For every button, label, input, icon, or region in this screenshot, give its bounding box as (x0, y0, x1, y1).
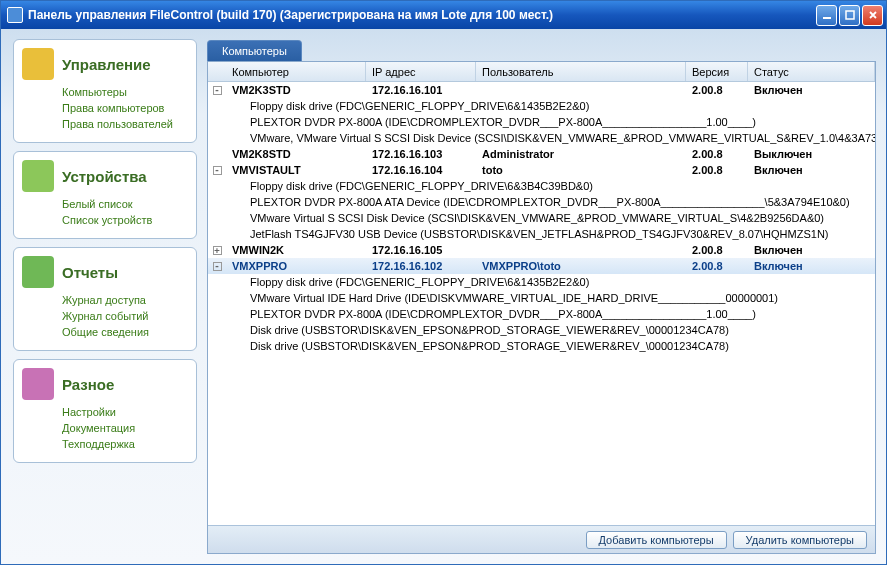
cell-computer: VMVISTAULT (226, 164, 366, 176)
nav-group-title: Устройства (62, 168, 147, 185)
cell-user: Administrator (476, 148, 686, 160)
nav-group-title: Отчеты (62, 264, 118, 281)
cell-computer: VM2K8STD (226, 148, 366, 160)
computer-row[interactable]: -VMXPPRO172.16.16.102VMXPPRO\toto2.00.8В… (208, 258, 875, 274)
nav-item[interactable]: Права компьютеров (62, 100, 188, 116)
device-row[interactable]: PLEXTOR DVDR PX-800A ATA Device (IDE\CDR… (208, 194, 875, 210)
device-row[interactable]: Disk drive (USBSTOR\DISK&VEN_EPSON&PROD_… (208, 322, 875, 338)
device-row[interactable]: Floppy disk drive (FDC\GENERIC_FLOPPY_DR… (208, 178, 875, 194)
tab-strip: Компьютеры (207, 39, 876, 61)
cell-user: toto (476, 164, 686, 176)
computer-row[interactable]: -VM2K3STD172.16.16.1012.00.8Включен (208, 82, 875, 98)
svg-rect-0 (823, 17, 831, 19)
app-icon (7, 7, 23, 23)
cell-computer: VMXPPRO (226, 260, 366, 272)
minimize-button[interactable] (816, 5, 837, 26)
cell-ip: 172.16.16.103 (366, 148, 476, 160)
nav-item[interactable]: Общие сведения (62, 324, 188, 340)
nav-header: Управление (22, 48, 188, 80)
column-headers: Компьютер IP адрес Пользователь Версия С… (208, 62, 875, 82)
nav-item[interactable]: Права пользователей (62, 116, 188, 132)
nav-header: Отчеты (22, 256, 188, 288)
col-ip[interactable]: IP адрес (366, 62, 476, 81)
computer-row[interactable]: +VMWIN2K172.16.16.1052.00.8Включен (208, 242, 875, 258)
device-row[interactable]: Disk drive (USBSTOR\DISK&VEN_EPSON&PROD_… (208, 338, 875, 354)
device-row[interactable]: Floppy disk drive (FDC\GENERIC_FLOPPY_DR… (208, 98, 875, 114)
nav-item[interactable]: Журнал событий (62, 308, 188, 324)
cell-status: Выключен (748, 148, 875, 160)
col-version[interactable]: Версия (686, 62, 748, 81)
computer-row[interactable]: VM2K8STD172.16.16.103Administrator2.00.8… (208, 146, 875, 162)
tab-computers[interactable]: Компьютеры (207, 40, 302, 61)
add-computers-button[interactable]: Добавить компьютеры (586, 531, 727, 549)
col-user[interactable]: Пользователь (476, 62, 686, 81)
nav-item[interactable]: Документация (62, 420, 188, 436)
expand-toggle[interactable]: - (208, 262, 226, 271)
delete-computers-button[interactable]: Удалить компьютеры (733, 531, 867, 549)
cell-user: VMXPPRO\toto (476, 260, 686, 272)
expand-toggle[interactable]: - (208, 86, 226, 95)
nav-item[interactable]: Техподдержка (62, 436, 188, 452)
app-window: Панель управления FileControl (build 170… (0, 0, 887, 565)
body-area: УправлениеКомпьютерыПрава компьютеровПра… (1, 29, 886, 564)
cell-computer: VM2K3STD (226, 84, 366, 96)
main-panel: Компьютеры Компьютер IP адрес Пользовате… (207, 39, 876, 554)
maximize-button[interactable] (839, 5, 860, 26)
device-row[interactable]: Floppy disk drive (FDC\GENERIC_FLOPPY_DR… (208, 274, 875, 290)
device-row[interactable]: VMware Virtual S SCSI Disk Device (SCSI\… (208, 210, 875, 226)
nav-group-icon (22, 368, 54, 400)
device-row[interactable]: VMware, VMware Virtual S SCSI Disk Devic… (208, 130, 875, 146)
cell-ip: 172.16.16.105 (366, 244, 476, 256)
device-row[interactable]: VMware Virtual IDE Hard Drive (IDE\DISKV… (208, 290, 875, 306)
nav-header: Устройства (22, 160, 188, 192)
window-title: Панель управления FileControl (build 170… (28, 8, 816, 22)
cell-ip: 172.16.16.104 (366, 164, 476, 176)
nav-item[interactable]: Настройки (62, 404, 188, 420)
bottom-bar: Добавить компьютеры Удалить компьютеры (208, 525, 875, 553)
sidebar: УправлениеКомпьютерыПрава компьютеровПра… (13, 39, 197, 554)
device-row[interactable]: PLEXTOR DVDR PX-800A (IDE\CDROMPLEXTOR_D… (208, 114, 875, 130)
grid-panel: Компьютер IP адрес Пользователь Версия С… (207, 61, 876, 554)
titlebar: Панель управления FileControl (build 170… (1, 1, 886, 29)
svg-rect-1 (846, 11, 854, 19)
nav-group: РазноеНастройкиДокументацияТехподдержка (13, 359, 197, 463)
nav-group: УстройстваБелый списокСписок устройств (13, 151, 197, 239)
cell-status: Включен (748, 244, 875, 256)
cell-version: 2.00.8 (686, 148, 748, 160)
nav-item[interactable]: Журнал доступа (62, 292, 188, 308)
nav-group-title: Управление (62, 56, 151, 73)
nav-group: УправлениеКомпьютерыПрава компьютеровПра… (13, 39, 197, 143)
nav-group-icon (22, 160, 54, 192)
cell-computer: VMWIN2K (226, 244, 366, 256)
nav-group-icon (22, 48, 54, 80)
col-computer[interactable]: Компьютер (226, 62, 366, 81)
nav-item[interactable]: Компьютеры (62, 84, 188, 100)
cell-version: 2.00.8 (686, 84, 748, 96)
nav-group-icon (22, 256, 54, 288)
cell-version: 2.00.8 (686, 244, 748, 256)
cell-status: Включен (748, 164, 875, 176)
cell-ip: 172.16.16.101 (366, 84, 476, 96)
close-button[interactable] (862, 5, 883, 26)
cell-status: Включен (748, 260, 875, 272)
computer-row[interactable]: -VMVISTAULT172.16.16.104toto2.00.8Включе… (208, 162, 875, 178)
device-row[interactable]: PLEXTOR DVDR PX-800A (IDE\CDROMPLEXTOR_D… (208, 306, 875, 322)
nav-item[interactable]: Список устройств (62, 212, 188, 228)
nav-item[interactable]: Белый список (62, 196, 188, 212)
col-status[interactable]: Статус (748, 62, 875, 81)
cell-ip: 172.16.16.102 (366, 260, 476, 272)
cell-status: Включен (748, 84, 875, 96)
nav-group-title: Разное (62, 376, 114, 393)
cell-version: 2.00.8 (686, 164, 748, 176)
nav-header: Разное (22, 368, 188, 400)
grid-body[interactable]: -VM2K3STD172.16.16.1012.00.8ВключенFlopp… (208, 82, 875, 525)
expand-toggle[interactable]: - (208, 166, 226, 175)
cell-version: 2.00.8 (686, 260, 748, 272)
nav-group: ОтчетыЖурнал доступаЖурнал событийОбщие … (13, 247, 197, 351)
expand-toggle[interactable]: + (208, 246, 226, 255)
device-row[interactable]: JetFlash TS4GJFV30 USB Device (USBSTOR\D… (208, 226, 875, 242)
